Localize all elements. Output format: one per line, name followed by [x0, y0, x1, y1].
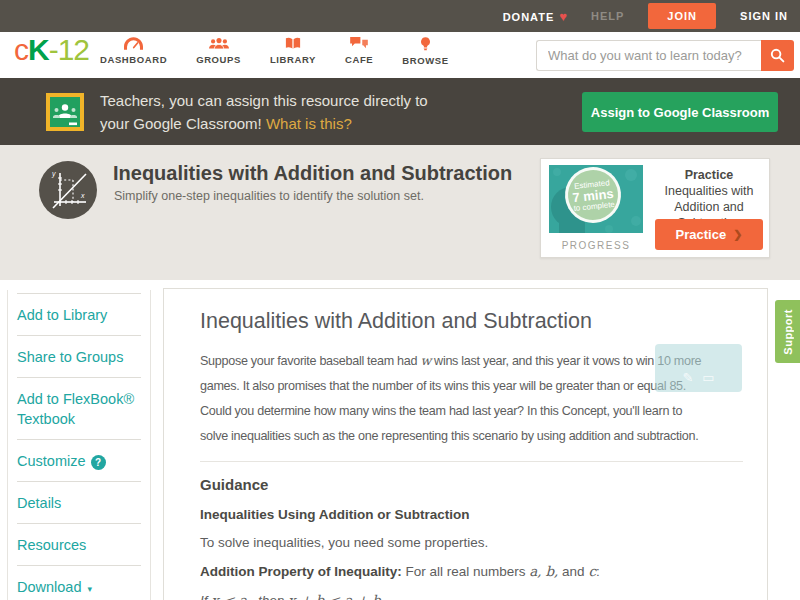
google-classroom-icon	[46, 93, 84, 131]
concept-graph-icon: y x	[39, 161, 97, 219]
sidebar-right-divider	[150, 290, 151, 600]
support-tab[interactable]: Support	[775, 300, 800, 363]
math-w: w	[420, 353, 430, 368]
search-bar	[536, 40, 794, 71]
lesson-title: Inequalities with Addition and Subtracti…	[113, 162, 512, 185]
gauge-icon	[124, 37, 143, 50]
sidebar-item-add-to-library[interactable]: Add to Library	[17, 293, 141, 335]
article-title: Inequalities with Addition and Subtracti…	[200, 309, 743, 334]
banner-message: Teachers, you can assign this resource d…	[100, 89, 428, 135]
section-divider	[200, 461, 743, 462]
article-card: Inequalities with Addition and Subtracti…	[163, 288, 768, 600]
chevron-right-icon: ❯	[733, 228, 742, 241]
assign-to-classroom-button[interactable]: Assign to Google Classroom	[582, 92, 778, 132]
sidebar-item-share-to-groups[interactable]: Share to Groups	[17, 335, 141, 377]
addition-property-line: Addition Property of Inequality: For all…	[200, 563, 743, 579]
search-button[interactable]	[761, 40, 794, 71]
sidebar-item-customize[interactable]: Customize?	[17, 439, 141, 481]
progress-label: PROGRESS	[549, 240, 643, 251]
heart-icon: ♥	[559, 9, 567, 24]
lightbulb-icon	[421, 37, 430, 51]
nav-item-dashboard[interactable]: DASHBOARD	[100, 37, 167, 66]
primary-nav: DASHBOARD GROUPS LIBRARY CAFE BROWSE	[100, 37, 449, 66]
guidance-subheading: Inequalities Using Addition or Subtracti…	[200, 507, 743, 522]
article-paragraph-line: solve inequalities such as the one repre…	[200, 424, 743, 449]
guidance-text: To solve inequalities, you need some pro…	[200, 535, 743, 550]
svg-text:y: y	[51, 170, 56, 178]
sidebar-item-details[interactable]: Details	[17, 481, 141, 523]
chat-bubbles-icon	[350, 37, 368, 50]
nav-item-groups[interactable]: GROUPS	[196, 37, 241, 66]
practice-thumbnail: Estimated 7 mins to complete	[549, 165, 643, 233]
svg-text:x: x	[80, 192, 85, 199]
nav-item-cafe[interactable]: CAFE	[345, 37, 373, 66]
main-navbar: cK-12 DASHBOARD GROUPS LIBRARY CAFE BROW…	[0, 32, 800, 78]
lesson-subtitle: Simplify one-step inequalities to identi…	[114, 189, 424, 203]
join-button[interactable]: JOIN	[648, 3, 716, 29]
practice-widget: Estimated 7 mins to complete PROGRESS Pr…	[540, 158, 770, 258]
caret-down-icon: ▾	[88, 584, 93, 594]
search-icon	[770, 48, 785, 63]
sidebar-item-add-to-flexbook[interactable]: Add to FlexBook® Textbook	[17, 377, 141, 439]
search-input[interactable]	[536, 40, 761, 71]
pencil-icon: ✎	[682, 370, 693, 385]
practice-button[interactable]: Practice ❯	[655, 219, 763, 250]
guidance-heading: Guidance	[200, 476, 743, 493]
sign-in-link[interactable]: SIGN IN	[740, 10, 788, 22]
ck12-logo[interactable]: cK-12	[14, 33, 89, 67]
text-highlight-annotation: ✎ ▭	[655, 344, 742, 392]
highlight-box-icon: ▭	[702, 370, 714, 385]
action-sidebar: Add to Library Share to Groups Add to Fl…	[17, 293, 141, 600]
top-utility-bar: DONATE♥ HELP JOIN SIGN IN	[0, 0, 800, 32]
book-icon	[285, 37, 301, 50]
nav-item-browse[interactable]: BROWSE	[402, 37, 448, 66]
sidebar-item-resources[interactable]: Resources	[17, 523, 141, 565]
google-classroom-banner: Teachers, you can assign this resource d…	[0, 78, 800, 145]
help-question-icon[interactable]: ?	[91, 455, 106, 470]
nav-item-library[interactable]: LIBRARY	[270, 37, 316, 66]
article-paragraph-line: Could you determine how many wins the te…	[200, 399, 743, 424]
what-is-this-link[interactable]: What is this?	[266, 115, 352, 132]
people-icon	[209, 37, 229, 50]
lesson-header: y x Inequalities with Addition and Subtr…	[0, 145, 800, 280]
donate-link[interactable]: DONATE♥	[503, 9, 567, 24]
help-link[interactable]: HELP	[591, 10, 624, 22]
sidebar-item-download[interactable]: Download▾	[17, 565, 141, 600]
inequality-rule-line: If x < a , then x + b < a + b .	[200, 592, 743, 600]
sidebar-left-divider	[7, 290, 8, 600]
